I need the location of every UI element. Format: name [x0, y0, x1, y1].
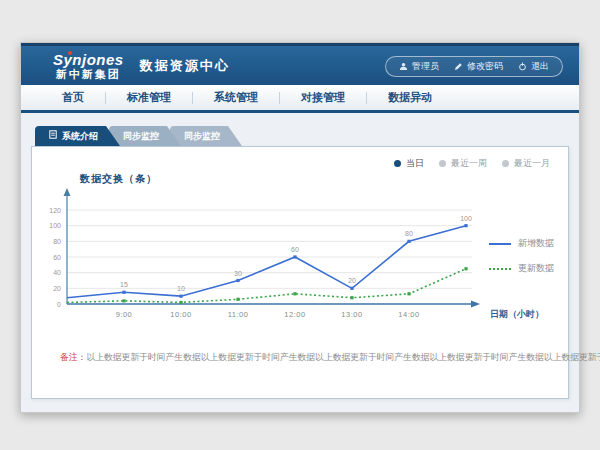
svg-text:11:00: 11:00 — [228, 310, 249, 319]
radio-label: 最近一月 — [514, 157, 550, 170]
chart-legend: 新增数据 更新数据 — [489, 237, 554, 287]
svg-text:13:00: 13:00 — [341, 310, 362, 319]
footnote-text: 以上数据更新于时间产生数据以上数据更新于时间产生数据以上数据更新于时间产生数据以… — [86, 352, 600, 362]
tab-bar: 系统介绍 同步监控 同步监控 — [35, 126, 579, 146]
logout-label: 退出 — [531, 60, 549, 73]
page-title: 数据资源中心 — [140, 57, 230, 75]
legend-item-new-data: 新增数据 — [489, 237, 554, 250]
current-user-label: 管理员 — [412, 60, 439, 73]
app-window: Synjones 新中新集团 数据资源中心 管理员 修改密码 退出 — [20, 42, 580, 413]
svg-text:9:00: 9:00 — [116, 310, 133, 319]
tab-sync-monitor-2[interactable]: 同步监控 — [170, 126, 242, 146]
nav-item-interface-mgmt[interactable]: 对接管理 — [280, 90, 366, 105]
svg-text:日期（小时）: 日期（小时） — [490, 309, 544, 319]
svg-text:14:00: 14:00 — [398, 310, 419, 319]
solid-line-swatch-icon — [489, 243, 511, 245]
brand-dot-icon — [68, 51, 72, 55]
svg-text:10:00: 10:00 — [170, 310, 191, 319]
svg-text:20: 20 — [53, 285, 61, 292]
change-password-label: 修改密码 — [467, 60, 503, 73]
svg-text:30: 30 — [234, 270, 242, 277]
y-axis-title: 数据交换（条） — [80, 172, 157, 186]
svg-text:12:00: 12:00 — [284, 310, 305, 319]
user-toolbar: 管理员 修改密码 退出 — [385, 56, 563, 77]
tab-label: 同步监控 — [123, 126, 159, 146]
line-chart: 0204060801001209:0010:0011:0012:0013:001… — [32, 185, 552, 335]
svg-text:0: 0 — [57, 301, 61, 308]
radio-last-week[interactable]: 最近一周 — [439, 157, 487, 170]
nav-item-standard-mgmt[interactable]: 标准管理 — [106, 90, 192, 105]
svg-text:40: 40 — [53, 269, 61, 276]
svg-text:10: 10 — [177, 285, 185, 292]
edit-icon — [454, 62, 463, 71]
radio-dot-icon — [394, 160, 401, 167]
svg-text:100: 100 — [49, 222, 61, 229]
radio-dot-icon — [502, 160, 509, 167]
radio-dot-icon — [439, 160, 446, 167]
main-nav: 首页 标准管理 系统管理 对接管理 数据异动 — [21, 85, 579, 113]
svg-text:15: 15 — [120, 281, 128, 288]
dotted-line-swatch-icon — [489, 268, 511, 270]
radio-last-month[interactable]: 最近一月 — [502, 157, 550, 170]
radio-label: 最近一周 — [451, 157, 487, 170]
brand-logo: Synjones 新中新集团 — [53, 51, 124, 81]
current-user-button[interactable]: 管理员 — [399, 60, 439, 73]
svg-text:100: 100 — [460, 215, 472, 222]
legend-label: 更新数据 — [518, 262, 554, 275]
nav-item-system-mgmt[interactable]: 系统管理 — [193, 90, 279, 105]
tab-label: 系统介绍 — [62, 126, 98, 146]
legend-label: 新增数据 — [518, 237, 554, 250]
radio-label: 当日 — [406, 157, 424, 170]
svg-text:80: 80 — [53, 238, 61, 245]
content-area: 系统介绍 同步监控 同步监控 当日 最近一周 — [21, 116, 579, 412]
footnote: 备注：以上数据更新于时间产生数据以上数据更新于时间产生数据以上数据更新于时间产生… — [60, 352, 600, 364]
radio-today[interactable]: 当日 — [394, 157, 424, 170]
footnote-prefix: 备注： — [60, 352, 86, 362]
svg-text:80: 80 — [405, 230, 413, 237]
chart-panel: 当日 最近一周 最近一月 数据交换（条） 0204060801001209:00… — [31, 146, 569, 399]
svg-text:60: 60 — [291, 246, 299, 253]
svg-text:60: 60 — [53, 254, 61, 261]
document-icon — [49, 126, 57, 146]
change-password-button[interactable]: 修改密码 — [454, 60, 503, 73]
logout-button[interactable]: 退出 — [518, 60, 549, 73]
app-header: Synjones 新中新集团 数据资源中心 管理员 修改密码 退出 — [21, 43, 579, 85]
brand-logo-wordmark: Synjones — [53, 52, 124, 69]
person-icon — [399, 62, 408, 71]
svg-text:20: 20 — [348, 277, 356, 284]
svg-text:120: 120 — [49, 207, 61, 214]
chart-container: 0204060801001209:0010:0011:0012:0013:001… — [32, 185, 552, 335]
nav-item-data-change[interactable]: 数据异动 — [367, 90, 453, 105]
tab-label: 同步监控 — [184, 126, 220, 146]
time-range-filter: 当日 最近一周 最近一月 — [394, 157, 550, 170]
brand-logo-cn: 新中新集团 — [53, 68, 124, 80]
nav-item-home[interactable]: 首页 — [41, 90, 105, 105]
legend-item-updated-data: 更新数据 — [489, 262, 554, 275]
power-icon — [518, 62, 527, 71]
tab-system-intro[interactable]: 系统介绍 — [35, 126, 120, 146]
